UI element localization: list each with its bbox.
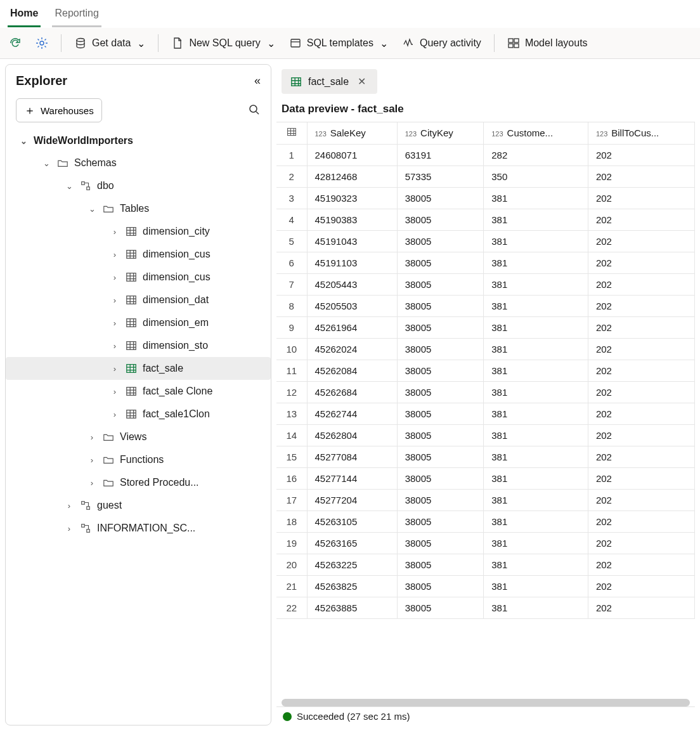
cell[interactable]: 45190323: [307, 187, 397, 209]
table-row[interactable]: 204526322538005381202: [276, 554, 695, 575]
table-row[interactable]: 44519038338005381202: [276, 209, 695, 230]
cell[interactable]: 381: [484, 273, 588, 295]
table-row[interactable]: 184526310538005381202: [276, 511, 695, 532]
cell[interactable]: 38005: [397, 209, 484, 230]
cell[interactable]: 45191103: [307, 252, 397, 273]
tree-table-fact_sale[interactable]: › fact_sale: [6, 357, 271, 380]
cell[interactable]: 202: [588, 489, 694, 511]
table-row[interactable]: 174527720438005381202: [276, 489, 695, 511]
horizontal-scrollbar[interactable]: [282, 699, 690, 706]
tree-views[interactable]: › Views: [6, 426, 271, 448]
cell[interactable]: 381: [484, 532, 588, 554]
cell[interactable]: 381: [484, 381, 588, 403]
tab-reporting[interactable]: Reporting: [52, 4, 101, 27]
table-row[interactable]: 34519032338005381202: [276, 187, 695, 209]
tree-table-dimension_cus[interactable]: › dimension_cus: [6, 243, 271, 266]
cell[interactable]: 45205443: [307, 273, 397, 295]
table-row[interactable]: 74520544338005381202: [276, 273, 695, 295]
cell[interactable]: 202: [588, 532, 694, 554]
cell[interactable]: 350: [484, 166, 588, 187]
cell[interactable]: 38005: [397, 187, 484, 209]
table-row[interactable]: 124526268438005381202: [276, 381, 695, 403]
cell[interactable]: 45263825: [307, 575, 397, 597]
table-row[interactable]: 24281246857335350202: [276, 166, 695, 187]
tree-schemas[interactable]: ⌄ Schemas: [6, 152, 271, 174]
tree-table-dimension_em[interactable]: › dimension_em: [6, 311, 271, 334]
table-row[interactable]: 144526280438005381202: [276, 424, 695, 446]
cell[interactable]: 45191043: [307, 230, 397, 252]
new-sql-query-button[interactable]: New SQL query ⌄: [170, 34, 276, 52]
cell[interactable]: 381: [484, 187, 588, 209]
column-header-CityKey[interactable]: 123CityKey: [397, 122, 484, 144]
cell[interactable]: 282: [484, 144, 588, 166]
cell[interactable]: 381: [484, 338, 588, 360]
cell[interactable]: 63191: [397, 144, 484, 166]
cell[interactable]: 381: [484, 403, 588, 424]
cell[interactable]: 381: [484, 511, 588, 532]
table-row[interactable]: 154527708438005381202: [276, 446, 695, 467]
cell[interactable]: 38005: [397, 403, 484, 424]
cell[interactable]: 45262084: [307, 360, 397, 381]
cell[interactable]: 202: [588, 252, 694, 273]
cell[interactable]: 38005: [397, 467, 484, 489]
tree-table-dimension_dat[interactable]: › dimension_dat: [6, 289, 271, 311]
get-data-button[interactable]: Get data ⌄: [73, 34, 146, 52]
data-grid[interactable]: 123SaleKey123CityKey123Custome...123Bill…: [276, 122, 695, 698]
cell[interactable]: 57335: [397, 166, 484, 187]
cell[interactable]: 202: [588, 554, 694, 575]
cell[interactable]: 45277204: [307, 489, 397, 511]
cell[interactable]: 202: [588, 230, 694, 252]
warehouses-button[interactable]: ＋ Warehouses: [16, 98, 102, 122]
cell[interactable]: 381: [484, 446, 588, 467]
cell[interactable]: 381: [484, 209, 588, 230]
tree-table-dimension_city[interactable]: › dimension_city: [6, 220, 271, 243]
cell[interactable]: 45190383: [307, 209, 397, 230]
cell[interactable]: 202: [588, 360, 694, 381]
cell[interactable]: 38005: [397, 554, 484, 575]
cell[interactable]: 45262744: [307, 403, 397, 424]
model-layouts-button[interactable]: Model layouts: [506, 34, 589, 52]
cell[interactable]: 38005: [397, 360, 484, 381]
table-row[interactable]: 64519110338005381202: [276, 252, 695, 273]
cell[interactable]: 45262684: [307, 381, 397, 403]
cell[interactable]: 45262024: [307, 338, 397, 360]
cell[interactable]: 202: [588, 338, 694, 360]
cell[interactable]: 38005: [397, 424, 484, 446]
cell[interactable]: 202: [588, 597, 694, 618]
row-selector-header[interactable]: [276, 122, 307, 144]
cell[interactable]: 381: [484, 489, 588, 511]
column-header-Custome[interactable]: 123Custome...: [484, 122, 588, 144]
refresh-button[interactable]: [8, 34, 23, 52]
tab-home[interactable]: Home: [8, 4, 41, 27]
cell[interactable]: 45263105: [307, 511, 397, 532]
tree-table-dimension_sto[interactable]: › dimension_sto: [6, 334, 271, 357]
cell[interactable]: 45277084: [307, 446, 397, 467]
cell[interactable]: 381: [484, 295, 588, 316]
cell[interactable]: 38005: [397, 597, 484, 618]
cell[interactable]: 381: [484, 467, 588, 489]
table-row[interactable]: 194526316538005381202: [276, 532, 695, 554]
cell[interactable]: 38005: [397, 381, 484, 403]
cell[interactable]: 45263165: [307, 532, 397, 554]
table-row[interactable]: 104526202438005381202: [276, 338, 695, 360]
cell[interactable]: 381: [484, 316, 588, 338]
cell[interactable]: 45262804: [307, 424, 397, 446]
tree-root[interactable]: ⌄ WideWorldImporters: [6, 130, 271, 152]
cell[interactable]: 38005: [397, 295, 484, 316]
table-row[interactable]: 134526274438005381202: [276, 403, 695, 424]
cell[interactable]: 202: [588, 209, 694, 230]
table-row[interactable]: 12460807163191282202: [276, 144, 695, 166]
cell[interactable]: 45263225: [307, 554, 397, 575]
cell[interactable]: 202: [588, 467, 694, 489]
table-row[interactable]: 214526382538005381202: [276, 575, 695, 597]
cell[interactable]: 24608071: [307, 144, 397, 166]
cell[interactable]: 202: [588, 295, 694, 316]
cell[interactable]: 381: [484, 360, 588, 381]
collapse-explorer-button[interactable]: «: [254, 74, 261, 88]
cell[interactable]: 45277144: [307, 467, 397, 489]
cell[interactable]: 38005: [397, 489, 484, 511]
tree-functions[interactable]: › Functions: [6, 448, 271, 471]
close-tab-button[interactable]: ✕: [355, 75, 368, 88]
cell[interactable]: 38005: [397, 252, 484, 273]
tree-stored-procedures[interactable]: › Stored Procedu...: [6, 471, 271, 494]
